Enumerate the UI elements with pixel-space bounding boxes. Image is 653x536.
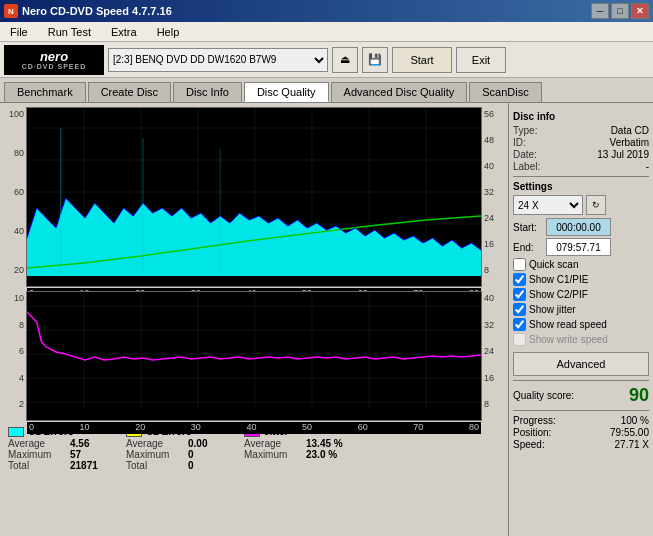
jitter-avg-value: 13.45 % <box>306 438 346 449</box>
settings-title: Settings <box>513 181 649 192</box>
tab-disc-quality[interactable]: Disc Quality <box>244 82 329 102</box>
tabs: Benchmark Create Disc Disc Info Disc Qua… <box>0 78 653 103</box>
eject-button[interactable]: ⏏ <box>332 47 358 73</box>
menu-run-test[interactable]: Run Test <box>42 25 97 39</box>
menu-help[interactable]: Help <box>151 25 186 39</box>
chart-area: 100 80 60 40 20 <box>0 103 508 536</box>
y-bot-right-32: 32 <box>484 320 494 330</box>
menu-extra[interactable]: Extra <box>105 25 143 39</box>
top-chart: 0 10 20 30 40 50 60 70 80 <box>26 107 482 287</box>
y-top-80: 80 <box>14 148 24 158</box>
c2-total-label: Total <box>126 460 186 471</box>
c2-total-value: 0 <box>188 460 228 471</box>
settings-refresh-button[interactable]: ↻ <box>586 195 606 215</box>
bottom-chart: 0 10 20 30 40 50 60 70 80 <box>26 291 482 421</box>
y-bot-2: 2 <box>19 399 24 409</box>
y-bot-8: 8 <box>19 320 24 330</box>
minimize-button[interactable]: ─ <box>591 3 609 19</box>
date-label: Date: <box>513 149 537 160</box>
menu-file[interactable]: File <box>4 25 34 39</box>
advanced-button[interactable]: Advanced <box>513 352 649 376</box>
start-input[interactable] <box>546 218 611 236</box>
speed-select[interactable]: 24 X <box>513 195 583 215</box>
quality-score-label: Quality score: <box>513 390 574 401</box>
y-top-60: 60 <box>14 187 24 197</box>
speed-label: Speed: <box>513 439 545 450</box>
c1-avg-label: Average <box>8 438 68 449</box>
svg-marker-12 <box>27 198 481 276</box>
c1-max-value: 57 <box>70 449 110 460</box>
close-button[interactable]: ✕ <box>631 3 649 19</box>
date-value: 13 Jul 2019 <box>597 149 649 160</box>
start-label: Start: <box>513 222 543 233</box>
c2-avg-label: Average <box>126 438 186 449</box>
jitter-max-value: 23.0 % <box>306 449 346 460</box>
y-bot-right-40: 40 <box>484 293 494 303</box>
tab-benchmark[interactable]: Benchmark <box>4 82 86 102</box>
c2-max-value: 0 <box>188 449 228 460</box>
show-jitter-checkbox[interactable] <box>513 303 526 316</box>
show-c2-pif-label: Show C2/PIF <box>529 289 588 300</box>
y-bot-right-24: 24 <box>484 346 494 356</box>
save-button[interactable]: 💾 <box>362 47 388 73</box>
app-icon: N <box>4 4 18 18</box>
jitter-avg-label: Average <box>244 438 304 449</box>
y-right-40: 40 <box>484 161 494 171</box>
title-bar: N Nero CD-DVD Speed 4.7.7.16 ─ □ ✕ <box>0 0 653 22</box>
disc-label-value: - <box>646 161 649 172</box>
c2-max-label: Maximum <box>126 449 186 460</box>
title-bar-text: Nero CD-DVD Speed 4.7.7.16 <box>22 5 172 17</box>
y-top-100: 100 <box>9 109 24 119</box>
tab-disc-info[interactable]: Disc Info <box>173 82 242 102</box>
y-right-32: 32 <box>484 187 494 197</box>
quality-score-value: 90 <box>629 385 649 406</box>
show-read-speed-label: Show read speed <box>529 319 607 330</box>
type-label: Type: <box>513 125 537 136</box>
separator-3 <box>513 410 649 411</box>
end-input[interactable] <box>546 238 611 256</box>
y-bot-4: 4 <box>19 373 24 383</box>
y-bot-6: 6 <box>19 346 24 356</box>
disc-label-label: Label: <box>513 161 540 172</box>
show-read-speed-checkbox[interactable] <box>513 318 526 331</box>
c1-total-label: Total <box>8 460 68 471</box>
y-right-24: 24 <box>484 213 494 223</box>
progress-value: 100 % <box>621 415 649 426</box>
tab-create-disc[interactable]: Create Disc <box>88 82 171 102</box>
c1-avg-value: 4.56 <box>70 438 110 449</box>
main-content: 100 80 60 40 20 <box>0 103 653 536</box>
c1-total-value: 21871 <box>70 460 110 471</box>
speed-value: 27.71 X <box>615 439 649 450</box>
quick-scan-checkbox[interactable] <box>513 258 526 271</box>
exit-button[interactable]: Exit <box>456 47 506 73</box>
show-c1-pie-checkbox[interactable] <box>513 273 526 286</box>
y-bot-right-16: 16 <box>484 373 494 383</box>
y-right-16: 16 <box>484 239 494 249</box>
quick-scan-label: Quick scan <box>529 259 578 270</box>
start-button[interactable]: Start <box>392 47 452 73</box>
position-label: Position: <box>513 427 551 438</box>
separator-1 <box>513 176 649 177</box>
drive-select[interactable]: [2:3] BENQ DVD DD DW1620 B7W9 <box>108 48 328 72</box>
id-label: ID: <box>513 137 526 148</box>
right-panel: Disc info Type: Data CD ID: Verbatim Dat… <box>508 103 653 536</box>
show-jitter-label: Show jitter <box>529 304 576 315</box>
y-bot-10: 10 <box>14 293 24 303</box>
y-top-20: 20 <box>14 265 24 275</box>
c1-max-label: Maximum <box>8 449 68 460</box>
jitter-max-label: Maximum <box>244 449 304 460</box>
tab-advanced-disc-quality[interactable]: Advanced Disc Quality <box>331 82 468 102</box>
y-top-40: 40 <box>14 226 24 236</box>
c2-avg-value: 0.00 <box>188 438 228 449</box>
menu-bar: File Run Test Extra Help <box>0 22 653 42</box>
maximize-button[interactable]: □ <box>611 3 629 19</box>
nero-logo: nero CD·DVD SPEED <box>4 45 104 75</box>
tab-scandisc[interactable]: ScanDisc <box>469 82 541 102</box>
type-value: Data CD <box>611 125 649 136</box>
show-c1-pie-label: Show C1/PIE <box>529 274 588 285</box>
show-write-speed-checkbox[interactable] <box>513 333 526 346</box>
show-c2-pif-checkbox[interactable] <box>513 288 526 301</box>
id-value: Verbatim <box>610 137 649 148</box>
progress-label: Progress: <box>513 415 556 426</box>
position-value: 79:55.00 <box>610 427 649 438</box>
